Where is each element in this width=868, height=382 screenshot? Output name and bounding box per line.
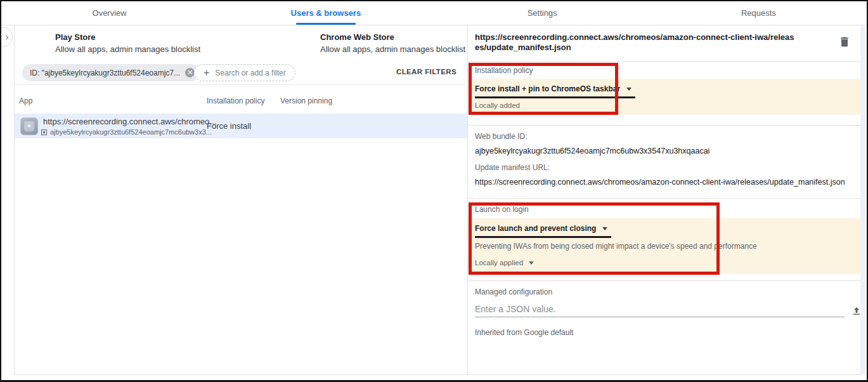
chevron-down-icon [602,227,607,230]
tab-requests-label: Requests [741,8,776,18]
app-row-id: ajbye5keylrcyakugr3zttu6f524eoamjc7mc6ub… [50,128,212,136]
add-filter-label: Search or add a filter [215,69,285,77]
filter-row-divider [15,84,467,85]
column-header-installation-policy[interactable]: Installation policy [207,96,264,105]
managed-configuration-label: Managed configuration [475,287,552,296]
panel-divider [467,25,468,374]
scrollbar-track[interactable] [860,26,865,374]
divider [468,62,861,62]
remove-filter-icon[interactable]: ✕ [185,68,195,77]
chevron-down-icon [626,88,632,91]
launch-on-login-warning: Preventing IWAs from being closed might … [475,242,757,251]
upload-json-button[interactable] [851,305,862,317]
app-row-id-line: ajbye5keylrcyakugr3zttu6f524eoamjc7mc6ub… [41,128,212,136]
tab-settings[interactable]: Settings [434,1,651,25]
app-row-policy: Force install [207,121,251,131]
managed-configuration-inherited: Inherited from Google default [475,328,573,337]
tab-users-browsers[interactable]: Users & browsers [217,1,434,25]
installation-policy-label: Installation policy [475,66,533,75]
trash-icon [838,36,851,48]
chrome-web-store-title: Chrome Web Store [320,32,465,42]
add-filter-chip[interactable]: + Search or add a filter [194,64,295,81]
chevron-right-icon: › [6,32,9,42]
delete-app-button[interactable] [838,36,851,48]
chrome-web-store-section: Chrome Web Store Allow all apps, admin m… [320,32,465,54]
top-tab-bar: Overview Users & browsers Settings Reque… [1,1,867,25]
divider [468,198,861,199]
installation-policy-dropdown[interactable]: Force install + pin to ChromeOS taskbar [475,84,635,98]
launch-on-login-label: Launch on login [475,205,529,214]
web-bundle-id-value: ajbye5keylrcyakugr3zttu6f524eoamjc7mc6ub… [475,147,709,155]
installation-policy-source-label: Locally added [475,102,520,109]
card-bottom-border [14,374,862,375]
update-manifest-url-label: Update manifest URL: [475,163,550,172]
play-store-subtitle: Allow all apps, admin manages blocklist [55,44,200,54]
chrome-web-store-subtitle: Allow all apps, admin manages blocklist [320,44,465,54]
app-row-url: https://screenrecording.connect.aws/chro… [43,117,216,126]
launch-on-login-source-label: Locally applied [475,259,523,267]
active-tab-indicator [296,23,356,25]
chrome-apps-extensions-window: Overview Users & browsers Settings Reque… [0,0,868,382]
tab-settings-label: Settings [528,8,557,18]
app-icon: ✦ [20,117,38,135]
installation-policy-value: Force install + pin to ChromeOS taskbar [475,84,620,93]
column-header-app[interactable]: App [19,96,32,105]
play-store-section: Play Store Allow all apps, admin manages… [55,32,200,54]
detail-title-url: https://screenrecording.connect.aws/chro… [475,32,795,53]
divider [468,280,861,281]
tab-requests[interactable]: Requests [651,1,867,25]
tab-overview-label: Overview [93,8,127,18]
tab-overview[interactable]: Overview [1,1,217,25]
active-filter-chip[interactable]: ID: "ajbye5keylrcyakugr3zttu6f524eoamjc7… [22,64,200,81]
launch-on-login-value: Force launch and prevent closing [475,224,596,233]
launch-on-login-dropdown[interactable]: Force launch and prevent closing [475,224,611,238]
tab-users-browsers-label: Users & browsers [291,8,361,18]
managed-configuration-input[interactable] [475,301,845,317]
table-row[interactable]: ✦ https://screenrecording.connect.aws/ch… [15,114,467,138]
filter-chip-label: ID: "ajbye5keylrcyakugr3zttu6f524eoamjc7… [30,69,180,77]
installation-policy-source: Locally added [475,102,520,109]
app-icon-glyph: ✦ [24,121,34,131]
card-left-border [14,25,15,374]
chevron-down-icon [529,261,534,265]
play-store-title: Play Store [55,32,200,42]
clear-filters-button[interactable]: CLEAR FILTERS [380,68,457,76]
divider [468,125,861,126]
update-manifest-url-value: https://screenrecording.connect.aws/chro… [475,178,845,187]
plus-icon: + [204,67,209,79]
column-header-version-pinning[interactable]: Version pinning [280,96,332,105]
upload-icon [851,305,862,317]
app-id-icon [41,129,47,135]
expand-panel-button[interactable]: › [0,27,13,47]
launch-on-login-source[interactable]: Locally applied [475,259,534,267]
web-bundle-id-label: Web bundle ID: [475,132,528,141]
